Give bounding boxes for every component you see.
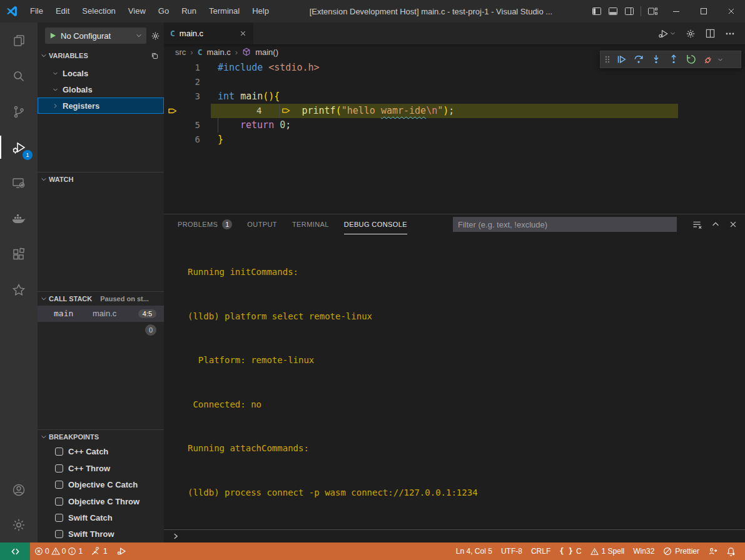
close-panel-icon[interactable] (729, 220, 737, 229)
breakpoints-header[interactable]: BREAKPOINTS (38, 430, 164, 444)
breakpoint-objc-throw[interactable]: Objective C Throw (38, 493, 164, 509)
extensions-icon[interactable] (0, 236, 38, 272)
code-line[interactable]: 5return 0; (164, 118, 745, 132)
cursor-position[interactable]: Ln 4, Col 5 (452, 542, 497, 560)
code-line[interactable]: 6} (164, 132, 745, 147)
step-out-button[interactable] (665, 51, 682, 68)
breadcrumb-symbol[interactable]: main() (255, 48, 278, 57)
checkbox[interactable] (55, 530, 63, 538)
remote-explorer-icon[interactable] (0, 165, 38, 201)
drag-handle-icon[interactable] (602, 54, 612, 64)
filter-input[interactable] (453, 217, 677, 232)
step-over-button[interactable] (630, 51, 647, 68)
run-or-debug-button[interactable] (657, 28, 676, 39)
search-icon[interactable] (0, 58, 38, 94)
notifications-bell-icon[interactable] (722, 542, 740, 560)
variables-item-registers[interactable]: Registers (38, 98, 164, 114)
run-and-debug-icon[interactable]: 1 (0, 129, 38, 165)
settings-gear-icon[interactable] (0, 508, 38, 542)
thread-row[interactable]: 0 (38, 322, 164, 338)
chevron-down-icon (53, 71, 58, 76)
checkbox[interactable] (55, 514, 63, 522)
tab-terminal[interactable]: TERMINAL (292, 214, 329, 234)
menu-go[interactable]: Go (152, 0, 175, 22)
star-icon[interactable] (0, 272, 38, 308)
variables-item-globals[interactable]: Globals (38, 81, 164, 98)
close-tab-icon[interactable] (239, 29, 247, 38)
menu-terminal[interactable]: Terminal (203, 0, 246, 22)
step-into-button[interactable] (647, 51, 665, 68)
menu-help[interactable]: Help (246, 0, 275, 22)
breakpoint-swift-catch[interactable]: Swift Catch (38, 509, 164, 526)
tab-debug-console[interactable]: DEBUG CONSOLE (344, 214, 407, 234)
more-actions-icon[interactable] (725, 29, 735, 39)
docker-icon[interactable] (0, 201, 38, 236)
code-line[interactable]: 3int main(){ (164, 89, 745, 104)
tab-output[interactable]: OUTPUT (247, 214, 277, 234)
spell-checker-status[interactable]: 1 Spell (586, 542, 629, 560)
call-stack-header[interactable]: CALL STACK Paused on st... (38, 292, 164, 306)
breakpoint-objc-catch[interactable]: Objective C Catch (38, 476, 164, 492)
tab-main-c[interactable]: C main.c (164, 22, 253, 44)
customize-layout-icon[interactable] (647, 6, 657, 16)
debug-console-output[interactable]: Running initCommands: (lldb) platform se… (164, 234, 745, 529)
chevron-down-icon[interactable] (717, 57, 723, 62)
restart-button[interactable] (682, 51, 700, 68)
titlebar-separator (641, 6, 641, 16)
menu-view[interactable]: View (122, 0, 152, 22)
toggle-sidebar-icon[interactable] (592, 6, 602, 16)
maximize-panel-icon[interactable] (711, 220, 720, 229)
ports-status[interactable]: 1 (87, 542, 112, 560)
code-area: 1#include <stdio.h> 2 3int main(){ 4prin… (164, 59, 745, 147)
menu-file[interactable]: File (24, 0, 49, 22)
copy-icon[interactable] (151, 52, 159, 60)
variables-header[interactable]: VARIABLES (38, 49, 164, 62)
eol-indicator[interactable]: CRLF (527, 542, 555, 560)
disconnect-button[interactable] (700, 51, 717, 68)
checkbox[interactable] (55, 498, 63, 506)
code-line[interactable]: 2 (164, 75, 745, 89)
checkbox[interactable] (55, 464, 63, 472)
problems-status[interactable]: 0 0 1 (30, 542, 87, 560)
watch-header[interactable]: WATCH (38, 172, 164, 186)
menu-selection[interactable]: Selection (76, 0, 121, 22)
feedback-icon[interactable] (704, 542, 722, 560)
debug-console-input[interactable] (164, 529, 745, 542)
debug-status-icon[interactable] (112, 542, 131, 560)
platform-indicator[interactable]: Win32 (629, 542, 659, 560)
close-button[interactable] (717, 0, 745, 22)
toggle-panel-icon[interactable] (608, 6, 618, 16)
debug-gear-icon[interactable] (151, 31, 160, 41)
source-control-icon[interactable] (0, 94, 38, 129)
menu-run[interactable]: Run (175, 0, 203, 22)
breakpoint-swift-throw[interactable]: Swift Throw (38, 526, 164, 542)
encoding-indicator[interactable]: UTF-8 (497, 542, 527, 560)
settings-gear-icon[interactable] (686, 29, 696, 39)
tab-problems[interactable]: PROBLEMS 1 (178, 214, 232, 234)
formatter-status[interactable]: Prettier (659, 542, 704, 560)
language-indicator[interactable]: { } C (555, 542, 585, 560)
remote-indicator[interactable] (0, 542, 30, 560)
console-line: (lldb) platform select remote-linux (188, 309, 745, 324)
minimize-button[interactable] (662, 0, 690, 22)
breadcrumb-folder[interactable]: src (175, 48, 186, 57)
debug-current-line-arrow-icon[interactable] (168, 106, 178, 116)
breadcrumb-file[interactable]: main.c (207, 48, 231, 57)
continue-button[interactable] (612, 51, 630, 68)
accounts-icon[interactable] (0, 472, 38, 508)
debug-config-dropdown[interactable]: No Configurat (45, 28, 146, 44)
split-editor-icon[interactable] (706, 29, 715, 38)
checkbox[interactable] (55, 448, 63, 456)
maximize-button[interactable] (690, 0, 717, 22)
clear-console-icon[interactable] (692, 219, 702, 230)
explorer-icon[interactable] (0, 22, 38, 58)
stack-frame-row[interactable]: main main.c 4:5 (38, 306, 164, 322)
toggle-secondary-sidebar-icon[interactable] (624, 6, 634, 16)
checkbox[interactable] (55, 481, 63, 489)
breakpoint-cpp-throw[interactable]: C++ Throw (38, 460, 164, 476)
variables-item-locals[interactable]: Locals (38, 65, 164, 81)
variables-section: VARIABLES Locals Globals Regis (38, 49, 164, 172)
breakpoint-cpp-catch[interactable]: C++ Catch (38, 444, 164, 460)
menu-edit[interactable]: Edit (49, 0, 76, 22)
current-debug-line[interactable]: 4printf("hello wamr-ide\n"); (164, 104, 745, 118)
